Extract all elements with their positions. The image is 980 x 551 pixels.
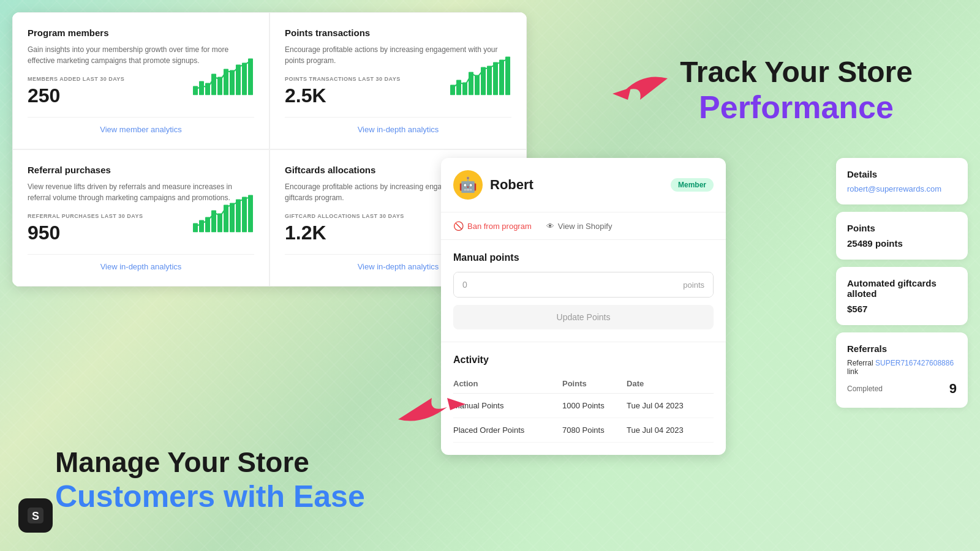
referral-link[interactable]: SUPER7167427608886 xyxy=(875,359,954,367)
svg-rect-14 xyxy=(475,75,480,96)
activity-section: Activity Action Points Date Manual Point… xyxy=(441,342,726,455)
svg-rect-10 xyxy=(450,85,455,96)
svg-rect-26 xyxy=(230,203,235,233)
svg-rect-17 xyxy=(493,62,498,96)
col-points: Points xyxy=(562,374,627,394)
referral-suffix: link xyxy=(847,367,858,376)
detail-giftcards-label: Automated giftcards alloted xyxy=(847,278,957,299)
svg-rect-29 xyxy=(248,195,253,233)
points-1: 1000 Points xyxy=(562,394,627,418)
view-member-analytics-link[interactable]: View member analytics xyxy=(28,117,254,134)
promo-title-line1: Track Your Store xyxy=(680,55,913,89)
svg-rect-2 xyxy=(205,83,210,96)
member-panel: 🤖 Robert Member 🚫 Ban from program 👁 Vie… xyxy=(441,158,726,455)
promo-title-block: Track Your Store Performance xyxy=(680,55,913,126)
view-shopify-button[interactable]: 👁 View in Shopify xyxy=(546,222,612,231)
action-2: Placed Order Points xyxy=(453,418,562,443)
svg-rect-8 xyxy=(242,63,247,96)
svg-rect-25 xyxy=(224,205,228,233)
referral-completed-row: Completed 9 xyxy=(847,381,957,397)
svg-rect-4 xyxy=(217,77,222,96)
detail-card-points: Points 25489 points xyxy=(836,212,968,260)
table-row: Manual Points 1000 Points Tue Jul 04 202… xyxy=(453,394,714,418)
view-points-analytics-link[interactable]: View in-depth analytics xyxy=(285,117,511,134)
svg-rect-16 xyxy=(487,66,492,96)
svg-rect-23 xyxy=(211,211,216,233)
card-title-referral: Referral purchases xyxy=(28,165,254,175)
referral-prefix: Referral xyxy=(847,359,873,367)
arrow-left-icon xyxy=(612,66,674,115)
shopify-label: View in Shopify xyxy=(558,222,612,231)
svg-rect-18 xyxy=(499,60,504,96)
date-1: Tue Jul 04 2023 xyxy=(627,394,714,418)
chart-points xyxy=(450,56,511,98)
detail-email: robert@superrewards.com xyxy=(847,184,957,193)
promo-bottom-line2: Customers with Ease xyxy=(55,479,453,514)
promo-bottom-left: Manage Your Store Customers with Ease xyxy=(55,446,453,514)
activity-table: Action Points Date Manual Points 1000 Po… xyxy=(453,374,714,443)
svg-rect-20 xyxy=(193,223,198,233)
svg-rect-0 xyxy=(193,86,198,96)
app-icon[interactable]: S xyxy=(18,498,53,533)
chart-members xyxy=(193,56,254,98)
svg-rect-9 xyxy=(248,59,253,96)
ban-icon: 🚫 xyxy=(453,221,464,231)
svg-rect-13 xyxy=(469,72,473,96)
completed-count: 9 xyxy=(949,381,957,397)
svg-marker-41 xyxy=(447,398,466,410)
card-title-points: Points transactions xyxy=(285,28,511,38)
member-actions: 🚫 Ban from program 👁 View in Shopify xyxy=(441,212,726,240)
app-logo-icon: S xyxy=(26,506,45,525)
manual-points-section: Manual points points Update Points xyxy=(441,240,726,342)
member-header: 🤖 Robert Member xyxy=(441,158,726,212)
arrow-right-icon xyxy=(392,389,466,432)
view-referral-analytics-link[interactable]: View in-depth analytics xyxy=(28,254,254,271)
svg-rect-11 xyxy=(456,80,461,96)
update-points-button[interactable]: Update Points xyxy=(453,305,714,329)
manual-points-title: Manual points xyxy=(453,252,714,263)
svg-rect-12 xyxy=(462,83,467,96)
member-name: Robert xyxy=(490,177,663,193)
activity-title: Activity xyxy=(453,354,714,365)
promo-top-right: Track Your Store Performance xyxy=(625,12,968,168)
svg-text:S: S xyxy=(32,510,39,522)
svg-rect-7 xyxy=(236,65,241,96)
detail-referrals-label: Referrals xyxy=(847,343,957,354)
ban-label: Ban from program xyxy=(467,222,532,231)
manual-points-input[interactable] xyxy=(454,272,674,297)
program-members-card: Program members Gain insights into your … xyxy=(12,12,270,149)
svg-rect-6 xyxy=(230,70,235,96)
referral-link-text: Referral SUPER7167427608886 link xyxy=(847,359,957,376)
points-suffix: points xyxy=(674,273,713,297)
card-title-members: Program members xyxy=(28,28,254,38)
detail-giftcards-value: $567 xyxy=(847,304,957,314)
member-badge: Member xyxy=(671,178,714,192)
points-2: 7080 Points xyxy=(562,418,627,443)
avatar: 🤖 xyxy=(453,170,483,200)
completed-label: Completed xyxy=(847,384,883,393)
detail-points-value: 25489 points xyxy=(847,238,957,249)
shopify-icon: 👁 xyxy=(546,222,554,231)
referral-purchases-card: Referral purchases View revenue lifts dr… xyxy=(12,149,270,287)
detail-card-referrals: Referrals Referral SUPER7167427608886 li… xyxy=(836,332,968,408)
promo-bottom-line1: Manage Your Store xyxy=(55,446,453,479)
col-date: Date xyxy=(627,374,714,394)
table-row: Placed Order Points 7080 Points Tue Jul … xyxy=(453,418,714,443)
svg-rect-5 xyxy=(224,69,228,96)
detail-card-giftcards: Automated giftcards alloted $567 xyxy=(836,267,968,325)
ban-button[interactable]: 🚫 Ban from program xyxy=(453,221,532,231)
svg-rect-24 xyxy=(217,214,222,233)
main-layout: Program members Gain insights into your … xyxy=(0,0,980,551)
svg-rect-21 xyxy=(199,220,204,233)
col-action: Action xyxy=(453,374,562,394)
points-input-row: points xyxy=(453,272,714,298)
detail-title-label: Details xyxy=(847,169,957,179)
details-panel: Details robert@superrewards.com Points 2… xyxy=(836,158,968,408)
detail-card-email: Details robert@superrewards.com xyxy=(836,158,968,204)
svg-rect-1 xyxy=(199,81,204,96)
chart-referral xyxy=(193,193,254,235)
svg-rect-15 xyxy=(481,67,486,96)
points-transactions-card: Points transactions Encourage profitable… xyxy=(270,12,527,149)
action-1: Manual Points xyxy=(453,394,562,418)
svg-rect-19 xyxy=(505,57,510,96)
